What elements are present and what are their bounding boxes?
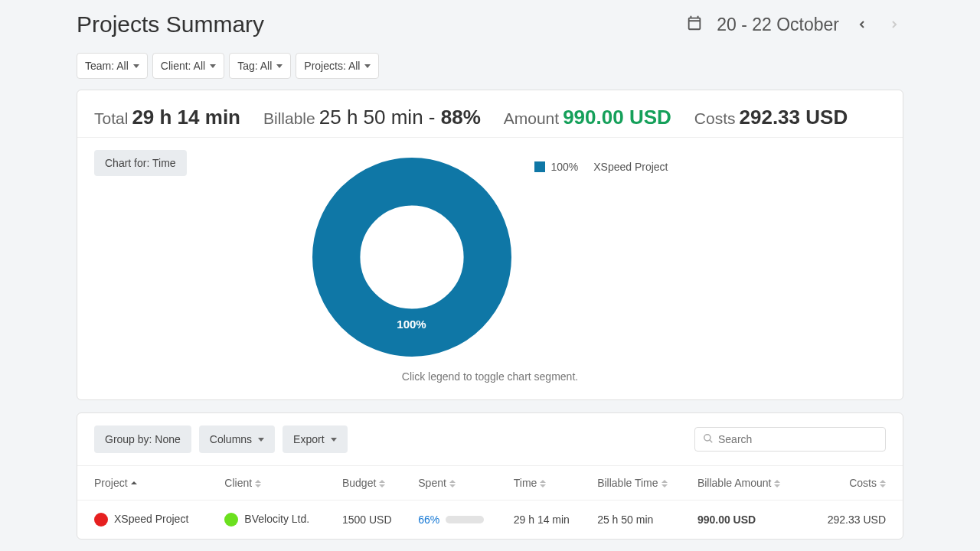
svg-point-0	[336, 181, 488, 333]
th-time[interactable]: Time	[506, 466, 590, 500]
th-spent[interactable]: Spent	[410, 466, 505, 500]
project-name: XSpeed Project	[114, 513, 188, 525]
th-billable-amount[interactable]: Billable Amount	[690, 466, 805, 500]
amount-stat: Amount 990.00 USD	[504, 106, 671, 129]
donut-chart: 100%	[312, 158, 511, 357]
time-cell: 29 h 14 min	[506, 500, 590, 540]
legend-swatch-icon	[534, 161, 545, 172]
th-costs[interactable]: Costs	[805, 466, 903, 500]
search-box[interactable]	[694, 427, 886, 452]
chart-hint: Click legend to toggle chart segment.	[94, 370, 886, 383]
legend-name: XSpeed Project	[593, 161, 668, 173]
donut-segment-label: 100%	[397, 318, 426, 331]
th-project[interactable]: Project	[77, 466, 217, 500]
svg-point-1	[704, 435, 710, 441]
costs-cell: 292.33 USD	[805, 500, 903, 540]
filter-team[interactable]: Team: All	[77, 53, 148, 79]
billable-stat: Billable 25 h 50 min - 88%	[263, 106, 481, 129]
project-color-dot	[94, 513, 108, 527]
th-budget[interactable]: Budget	[335, 466, 410, 500]
filter-projects[interactable]: Projects: All	[296, 53, 379, 79]
chevron-down-icon	[331, 438, 337, 442]
client-name: BVelocity Ltd.	[244, 513, 309, 525]
th-billable-time[interactable]: Billable Time	[590, 466, 690, 500]
client-color-dot	[224, 513, 238, 527]
budget-cell: 1500 USD	[335, 500, 410, 540]
chevron-down-icon	[133, 64, 139, 68]
total-stat: Total 29 h 14 min	[94, 106, 240, 129]
th-client[interactable]: Client	[217, 466, 335, 500]
group-by-button[interactable]: Group by: None	[94, 425, 191, 453]
next-period-button[interactable]	[885, 15, 903, 35]
projects-table: Project Client Budget Spent Time Billabl…	[77, 465, 903, 539]
summary-panel: Total 29 h 14 min Billable 25 h 50 min -…	[77, 90, 903, 400]
export-button[interactable]: Export	[283, 425, 347, 453]
billable-time-cell: 25 h 50 min	[590, 500, 690, 540]
spent-progress-bar	[446, 516, 484, 523]
chevron-down-icon	[276, 64, 283, 68]
chevron-down-icon	[258, 438, 264, 442]
spent-pct: 66%	[418, 514, 439, 526]
filter-client[interactable]: Client: All	[152, 53, 224, 79]
page-title: Projects Summary	[77, 11, 264, 37]
columns-button[interactable]: Columns	[199, 425, 275, 453]
date-range-label[interactable]: 20 - 22 October	[717, 15, 839, 35]
chevron-down-icon	[210, 64, 216, 68]
costs-stat: Costs 292.33 USD	[694, 106, 848, 129]
search-input[interactable]	[718, 433, 877, 445]
calendar-icon[interactable]	[686, 15, 703, 34]
stats-row: Total 29 h 14 min Billable 25 h 50 min -…	[77, 90, 903, 137]
search-icon	[703, 433, 714, 445]
date-range-nav: 20 - 22 October	[686, 15, 903, 35]
prev-period-button[interactable]	[853, 15, 871, 35]
chart-legend-item[interactable]: 100% XSpeed Project	[534, 158, 668, 173]
billable-amount-cell: 990.00 USD	[690, 500, 805, 540]
legend-pct: 100%	[551, 161, 579, 173]
table-panel: Group by: None Columns Export Project Cl…	[77, 412, 903, 540]
chevron-down-icon	[364, 64, 371, 68]
svg-line-2	[710, 440, 713, 443]
chart-for-button[interactable]: Chart for: Time	[94, 150, 187, 176]
table-row[interactable]: XSpeed Project BVelocity Ltd. 1500 USD 6…	[77, 500, 903, 540]
filter-tag[interactable]: Tag: All	[229, 53, 291, 79]
